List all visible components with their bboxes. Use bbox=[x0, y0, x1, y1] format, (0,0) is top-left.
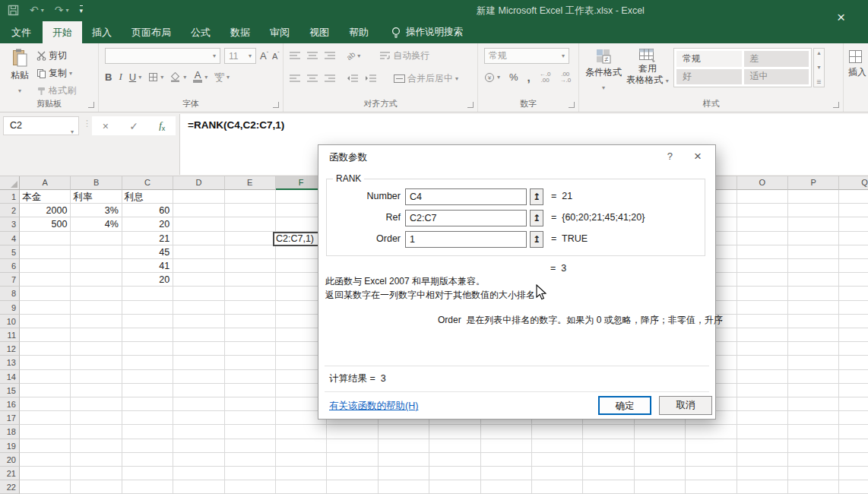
row-header-6[interactable]: 6 bbox=[0, 259, 20, 273]
cancel-entry-icon[interactable]: × bbox=[103, 120, 109, 132]
row-header-3[interactable]: 3 bbox=[0, 217, 20, 231]
column-header-A[interactable]: A bbox=[20, 176, 71, 190]
column-header-D[interactable]: D bbox=[173, 176, 224, 190]
row-header-4[interactable]: 4 bbox=[0, 232, 20, 245]
orientation-button[interactable]: ab ▾ bbox=[347, 52, 360, 60]
style-good[interactable]: 好 bbox=[676, 69, 742, 85]
confirm-entry-icon[interactable]: ✓ bbox=[129, 120, 138, 132]
function-help-link[interactable]: 有关该函数的帮助(H) bbox=[329, 400, 418, 413]
row-header-14[interactable]: 14 bbox=[0, 370, 20, 384]
row-header-5[interactable]: 5 bbox=[0, 245, 20, 259]
select-all-corner[interactable] bbox=[0, 176, 20, 190]
dialog-close-icon[interactable]: × bbox=[694, 149, 702, 164]
row-header-2[interactable]: 2 bbox=[0, 204, 20, 217]
decrease-indent-icon[interactable] bbox=[347, 74, 359, 83]
redo-button[interactable]: ↷ ▾ bbox=[55, 3, 69, 17]
tell-me-search[interactable]: 操作说明搜索 bbox=[391, 21, 463, 43]
cell-B2[interactable]: 3% bbox=[71, 204, 121, 217]
column-header-Q[interactable]: Q bbox=[839, 176, 868, 190]
number-range-picker-icon[interactable]: ↥ bbox=[530, 188, 543, 205]
style-normal[interactable]: 常规 bbox=[676, 51, 742, 67]
save-icon[interactable] bbox=[8, 5, 19, 16]
increase-font-icon[interactable]: Aˆ bbox=[260, 50, 268, 62]
row-header-19[interactable]: 19 bbox=[0, 439, 20, 453]
copy-button[interactable]: 复制 ▾ bbox=[36, 67, 76, 80]
column-header-O[interactable]: O bbox=[737, 176, 788, 190]
row-header-17[interactable]: 17 bbox=[0, 411, 20, 425]
undo-button[interactable]: ↶ ▾ bbox=[30, 3, 44, 17]
italic-button[interactable]: I bbox=[119, 71, 122, 83]
column-header-P[interactable]: P bbox=[788, 176, 839, 190]
paste-button[interactable]: 粘贴 ▾ bbox=[6, 48, 33, 96]
merge-center-button[interactable]: 合并后居中 ▾ bbox=[394, 72, 458, 85]
cell-A3[interactable]: 500 bbox=[20, 217, 70, 231]
align-middle-icon[interactable] bbox=[307, 52, 318, 60]
insert-function-icon[interactable]: fx bbox=[159, 119, 165, 132]
clipboard-dialog-launcher-icon[interactable] bbox=[88, 102, 94, 108]
tab-page-layout[interactable]: 页面布局 bbox=[122, 21, 181, 43]
row-header-16[interactable]: 16 bbox=[0, 397, 20, 411]
increase-decimal-button[interactable]: ←.0.00 bbox=[540, 71, 551, 84]
tab-file[interactable]: 文件 bbox=[0, 21, 43, 43]
gallery-scroll-up-icon[interactable]: ▲ bbox=[816, 50, 822, 55]
styles-dialog-launcher-icon[interactable] bbox=[833, 102, 839, 108]
tab-help[interactable]: 帮助 bbox=[339, 21, 379, 43]
phonetic-guide-button[interactable]: wén 文 ▾ bbox=[214, 71, 230, 82]
font-color-button[interactable]: A ▾ bbox=[193, 71, 207, 83]
fill-color-button[interactable]: ▾ bbox=[170, 72, 186, 82]
increase-indent-icon[interactable] bbox=[365, 74, 377, 83]
ok-button[interactable]: 确定 bbox=[598, 396, 651, 415]
row-header-13[interactable]: 13 bbox=[0, 356, 20, 369]
row-header-20[interactable]: 20 bbox=[0, 453, 20, 467]
row-header-11[interactable]: 11 bbox=[0, 328, 20, 342]
decrease-decimal-button[interactable]: .00→.0 bbox=[559, 71, 571, 84]
align-bottom-icon[interactable] bbox=[325, 52, 336, 60]
cell-C7[interactable]: 20 bbox=[122, 273, 173, 287]
ref-range-picker-icon[interactable]: ↥ bbox=[530, 210, 543, 226]
tab-data[interactable]: 数据 bbox=[220, 21, 260, 43]
dialog-help-icon[interactable]: ? bbox=[667, 150, 673, 162]
style-bad[interactable]: 差 bbox=[744, 51, 809, 67]
conditional-formatting-button[interactable]: ≠ 条件格式 ▾ bbox=[584, 48, 623, 93]
order-range-picker-icon[interactable]: ↥ bbox=[530, 231, 543, 248]
column-header-C[interactable]: C bbox=[122, 176, 173, 190]
number-format-combo[interactable]: 常规 ▾ bbox=[484, 48, 569, 64]
row-header-1[interactable]: 1 bbox=[0, 190, 20, 204]
cell-A1[interactable]: 本金 bbox=[20, 190, 70, 204]
accounting-format-button[interactable]: ¥ ▾ bbox=[484, 72, 500, 83]
number-field-input[interactable]: C4 bbox=[405, 188, 527, 205]
alignment-dialog-launcher-icon[interactable] bbox=[467, 102, 474, 108]
borders-button[interactable]: ▾ bbox=[148, 72, 163, 82]
ref-field-input[interactable]: C2:C7 bbox=[405, 210, 527, 226]
row-header-7[interactable]: 7 bbox=[0, 273, 20, 287]
style-neutral[interactable]: 适中 bbox=[744, 69, 809, 85]
row-header-21[interactable]: 21 bbox=[0, 467, 20, 480]
align-left-icon[interactable] bbox=[290, 74, 301, 83]
row-header-12[interactable]: 12 bbox=[0, 342, 20, 356]
align-top-icon[interactable] bbox=[290, 52, 301, 60]
row-header-10[interactable]: 10 bbox=[0, 315, 20, 328]
cell-B1[interactable]: 利率 bbox=[71, 190, 121, 204]
tab-formulas[interactable]: 公式 bbox=[181, 21, 220, 43]
font-name-combo[interactable]: ▾ bbox=[105, 48, 220, 64]
cell-C3[interactable]: 20 bbox=[122, 217, 173, 231]
font-dialog-launcher-icon[interactable] bbox=[273, 102, 279, 108]
tab-view[interactable]: 视图 bbox=[299, 21, 339, 43]
format-as-table-button[interactable]: 套用 表格格式 ▾ bbox=[626, 48, 669, 87]
tab-review[interactable]: 审阅 bbox=[260, 21, 299, 43]
cell-C1[interactable]: 利息 bbox=[122, 190, 173, 204]
customize-qat-icon[interactable]: ▾ bbox=[80, 5, 84, 14]
cancel-button[interactable]: 取消 bbox=[659, 396, 712, 415]
insert-cells-button[interactable]: 插入 bbox=[848, 49, 868, 79]
order-field-input[interactable]: 1 bbox=[405, 231, 527, 248]
cell-C6[interactable]: 41 bbox=[122, 259, 173, 273]
cut-button[interactable]: 剪切 bbox=[36, 49, 76, 62]
percent-style-button[interactable]: % bbox=[509, 71, 518, 83]
decrease-font-icon[interactable]: Aˇ bbox=[272, 51, 280, 61]
cell-C5[interactable]: 45 bbox=[122, 245, 173, 259]
align-center-icon[interactable] bbox=[307, 74, 318, 83]
column-header-B[interactable]: B bbox=[71, 176, 122, 190]
gallery-more-icon[interactable]: ☰ bbox=[816, 79, 821, 85]
row-header-8[interactable]: 8 bbox=[0, 287, 20, 300]
row-header-15[interactable]: 15 bbox=[0, 384, 20, 397]
